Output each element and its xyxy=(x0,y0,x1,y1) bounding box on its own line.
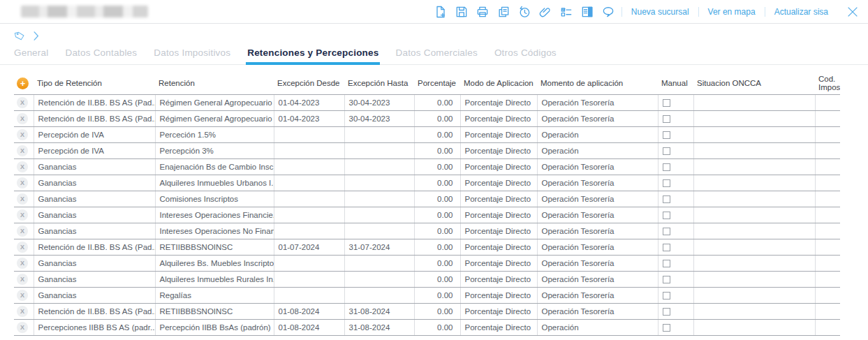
manual-checkbox[interactable] xyxy=(663,195,670,203)
manual-checkbox[interactable] xyxy=(663,115,670,123)
cell-situacion-oncca[interactable] xyxy=(693,287,815,303)
cell-cod-impositivo[interactable] xyxy=(815,319,840,335)
cell-retencion[interactable]: Enajenación Bs de Cambio Insc... xyxy=(155,158,274,175)
cell-momento[interactable]: Operación Tesorería xyxy=(537,255,658,271)
cell-cod-impositivo[interactable] xyxy=(815,175,840,191)
row-delete-button[interactable]: X xyxy=(17,209,28,221)
close-icon[interactable] xyxy=(844,3,861,20)
cell-momento[interactable]: Operación Tesorería xyxy=(537,110,658,126)
cell-porcentaje[interactable]: 0.00 xyxy=(414,126,460,142)
cell-desde[interactable]: 01-04-2023 xyxy=(274,94,344,110)
cell-modo[interactable]: Porcentaje Directo xyxy=(460,175,537,191)
cell-desde[interactable] xyxy=(274,255,344,271)
cell-porcentaje[interactable]: 0.00 xyxy=(414,223,460,239)
history-icon[interactable] xyxy=(517,4,532,19)
cell-momento[interactable]: Operación Tesorería xyxy=(537,207,658,223)
manual-checkbox[interactable] xyxy=(663,179,670,187)
row-delete-button[interactable]: X xyxy=(17,274,28,285)
manual-checkbox[interactable] xyxy=(663,276,670,283)
tab-datos-impositivos[interactable]: Datos Impositivos xyxy=(152,45,232,65)
chevron-right-icon[interactable] xyxy=(33,31,40,44)
cell-hasta[interactable]: 31-08-2024 xyxy=(344,319,414,335)
cell-situacion-oncca[interactable] xyxy=(693,319,815,335)
cell-hasta[interactable] xyxy=(344,191,414,207)
cell-situacion-oncca[interactable] xyxy=(693,207,815,223)
cell-modo[interactable]: Porcentaje Directo xyxy=(460,126,537,142)
cell-modo[interactable]: Porcentaje Directo xyxy=(460,303,537,319)
cell-tipo[interactable]: Ganancias xyxy=(34,255,155,271)
cell-hasta[interactable] xyxy=(344,142,414,158)
cell-cod-impositivo[interactable] xyxy=(815,271,840,287)
cell-porcentaje[interactable]: 0.00 xyxy=(414,319,460,335)
cell-momento[interactable]: Operación xyxy=(537,319,658,335)
cell-modo[interactable]: Porcentaje Directo xyxy=(460,287,537,303)
attachment-icon[interactable] xyxy=(538,4,553,19)
view-on-map-link[interactable]: Ver en mapa xyxy=(698,7,765,17)
cell-porcentaje[interactable]: 0.00 xyxy=(414,191,460,207)
cell-porcentaje[interactable]: 0.00 xyxy=(414,158,460,175)
row-delete-button[interactable]: X xyxy=(17,306,28,317)
cell-momento[interactable]: Operación xyxy=(537,126,658,142)
cell-hasta[interactable]: 30-04-2023 xyxy=(344,94,414,110)
cell-tipo[interactable]: Retención de II.BB. BS AS (Pad... xyxy=(34,94,155,110)
cell-hasta[interactable] xyxy=(344,158,414,175)
manual-checkbox[interactable] xyxy=(663,308,670,316)
manual-checkbox[interactable] xyxy=(663,324,670,332)
cell-momento[interactable]: Operación Tesorería xyxy=(537,223,658,239)
manual-checkbox[interactable] xyxy=(663,228,670,235)
cell-tipo[interactable]: Percepción de IVA xyxy=(34,142,155,158)
cell-hasta[interactable] xyxy=(344,126,414,142)
row-delete-button[interactable]: X xyxy=(17,322,28,333)
new-branch-link[interactable]: Nueva sucursal xyxy=(621,7,698,17)
copy-icon[interactable] xyxy=(496,4,511,19)
cell-situacion-oncca[interactable] xyxy=(693,239,815,255)
cell-situacion-oncca[interactable] xyxy=(693,110,815,126)
cell-situacion-oncca[interactable] xyxy=(693,303,815,319)
cell-desde[interactable] xyxy=(274,287,344,303)
manual-checkbox[interactable] xyxy=(663,212,670,219)
cell-modo[interactable]: Porcentaje Directo xyxy=(460,110,537,126)
cell-situacion-oncca[interactable] xyxy=(693,175,815,191)
cell-tipo[interactable]: Ganancias xyxy=(34,271,155,287)
manual-checkbox[interactable] xyxy=(663,147,670,155)
cell-hasta[interactable] xyxy=(344,287,414,303)
cell-cod-impositivo[interactable] xyxy=(815,142,840,158)
cell-retencion[interactable]: RETIIBBBSNOINSC xyxy=(155,303,274,319)
cell-desde[interactable] xyxy=(274,223,344,239)
row-delete-button[interactable]: X xyxy=(17,242,28,253)
cell-situacion-oncca[interactable] xyxy=(693,223,815,239)
cell-situacion-oncca[interactable] xyxy=(693,94,815,110)
cell-cod-impositivo[interactable] xyxy=(815,239,840,255)
cell-cod-impositivo[interactable] xyxy=(815,207,840,223)
cell-momento[interactable]: Operación Tesorería xyxy=(537,287,658,303)
cell-modo[interactable]: Porcentaje Directo xyxy=(460,94,537,110)
cell-hasta[interactable] xyxy=(344,223,414,239)
comment-icon[interactable] xyxy=(601,4,616,19)
cell-cod-impositivo[interactable] xyxy=(815,223,840,239)
cell-desde[interactable]: 01-07-2024 xyxy=(274,239,344,255)
cell-retencion[interactable]: Regalías xyxy=(155,287,274,303)
cell-retencion[interactable]: Régimen General Agropecuario ... xyxy=(155,110,274,126)
cell-porcentaje[interactable]: 0.00 xyxy=(414,207,460,223)
manual-checkbox[interactable] xyxy=(663,131,670,139)
cell-porcentaje[interactable]: 0.00 xyxy=(414,255,460,271)
cell-desde[interactable] xyxy=(274,126,344,142)
cell-porcentaje[interactable]: 0.00 xyxy=(414,287,460,303)
cell-tipo[interactable]: Retención de II.BB. BS AS (Pad... xyxy=(34,303,155,319)
cell-tipo[interactable]: Retención de II.BB. BS AS (Pad... xyxy=(34,110,155,126)
update-sisa-link[interactable]: Actualizar sisa xyxy=(765,7,837,17)
cell-desde[interactable] xyxy=(274,207,344,223)
new-document-icon[interactable] xyxy=(434,4,448,19)
tab-datos-contables[interactable]: Datos Contables xyxy=(64,45,138,65)
cell-situacion-oncca[interactable] xyxy=(693,158,815,175)
report-icon[interactable] xyxy=(580,4,595,19)
cell-retencion[interactable]: RETIIBBBSNOINSC xyxy=(155,239,274,255)
cell-cod-impositivo[interactable] xyxy=(815,110,840,126)
cell-cod-impositivo[interactable] xyxy=(815,126,840,142)
cell-hasta[interactable] xyxy=(344,255,414,271)
row-delete-button[interactable]: X xyxy=(17,226,28,237)
cell-momento[interactable]: Operación Tesorería xyxy=(537,191,658,207)
row-delete-button[interactable]: X xyxy=(17,129,28,140)
cell-momento[interactable]: Operación Tesorería xyxy=(537,239,658,255)
cell-desde[interactable]: 01-04-2023 xyxy=(274,110,344,126)
